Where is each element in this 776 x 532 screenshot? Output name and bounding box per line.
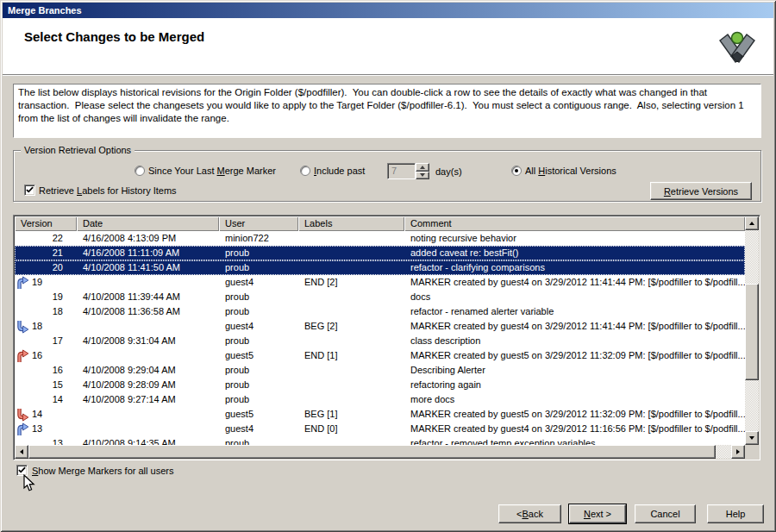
cell-version: 18 bbox=[15, 304, 77, 319]
cell-date bbox=[77, 275, 219, 290]
scroll-left-button[interactable] bbox=[15, 445, 28, 459]
radio-include-past[interactable]: Include past bbox=[300, 166, 365, 176]
table-row[interactable]: 154/10/2008 9:28:09 AMproubrefactoring a… bbox=[15, 378, 745, 392]
cell-version: 16 bbox=[15, 363, 77, 378]
cell-comment: MARKER created by guest4 on 3/29/2012 11… bbox=[404, 422, 745, 436]
radio-icon bbox=[135, 166, 145, 176]
show-merge-markers-checkbox[interactable]: Show Merge Markers for all users bbox=[16, 465, 173, 476]
vault-logo-icon bbox=[715, 30, 760, 66]
table-row[interactable]: 19guest4END [2]MARKER created by guest4 … bbox=[15, 275, 745, 290]
cell-version: 20 bbox=[15, 260, 77, 275]
radio-since-last-merge-marker[interactable]: Since Your Last Merge Marker bbox=[135, 166, 276, 176]
cell-labels bbox=[298, 436, 404, 445]
table-row[interactable]: 174/10/2008 9:31:04 AMproubclass descrip… bbox=[15, 334, 745, 348]
cell-user: proub bbox=[219, 290, 298, 304]
table-row[interactable]: 164/10/2008 9:29:04 AMproubDescribing Al… bbox=[15, 363, 745, 378]
cell-user: proub bbox=[219, 246, 298, 260]
up-arrow-icon bbox=[420, 166, 425, 169]
column-header-version[interactable]: Version bbox=[15, 216, 77, 231]
horizontal-scroll-track[interactable] bbox=[28, 445, 731, 459]
left-arrow-icon bbox=[20, 449, 23, 454]
days-spinner: 7 bbox=[387, 163, 429, 179]
radio-all-historical-versions[interactable]: All Historical Versions bbox=[511, 166, 616, 176]
cell-user: proub bbox=[219, 304, 298, 319]
next-button[interactable]: Next > bbox=[569, 504, 626, 523]
history-table: Version Date User Labels Comment 224/16/… bbox=[13, 215, 760, 460]
cell-version: 22 bbox=[15, 231, 77, 246]
cell-comment: MARKER created by guest4 on 3/29/2012 11… bbox=[404, 319, 745, 334]
cell-version: 21 bbox=[15, 246, 77, 260]
description-text: The list below displays historical revis… bbox=[13, 84, 761, 138]
retrieve-versions-button[interactable]: Retrieve Versions bbox=[650, 182, 752, 200]
cell-date: 4/10/2008 9:31:04 AM bbox=[77, 334, 219, 348]
table-row[interactable]: 14guest5BEG [1]MARKER created by guest5 … bbox=[15, 407, 745, 422]
cell-date: 4/10/2008 11:39:44 AM bbox=[77, 290, 219, 304]
column-header-date[interactable]: Date bbox=[77, 216, 219, 231]
cell-user: proub bbox=[219, 378, 298, 392]
table-row[interactable]: 224/16/2008 4:13:09 PMminion722noting re… bbox=[15, 231, 745, 246]
checkbox-checked-icon bbox=[24, 185, 35, 196]
scrollbar-corner bbox=[745, 445, 759, 459]
window-title: Merge Branches bbox=[8, 5, 82, 16]
table-row[interactable]: 144/10/2008 9:27:14 AMproubmore docs bbox=[15, 392, 745, 407]
radio-icon bbox=[300, 166, 310, 176]
vertical-scroll-track[interactable] bbox=[745, 230, 759, 431]
table-row[interactable]: 16guest5END [1]MARKER created by guest5 … bbox=[15, 348, 745, 363]
cell-labels bbox=[298, 304, 404, 319]
cell-date: 4/10/2008 11:41:50 AM bbox=[77, 260, 219, 275]
titlebar[interactable]: Merge Branches bbox=[3, 3, 773, 18]
days-input[interactable]: 7 bbox=[387, 163, 416, 179]
help-button[interactable]: Help bbox=[707, 504, 764, 523]
vertical-scroll-thumb[interactable] bbox=[745, 284, 759, 380]
checkbox-checked-icon bbox=[16, 465, 28, 476]
cell-date: 4/16/2008 11:11:09 AM bbox=[77, 246, 219, 260]
scroll-right-button[interactable] bbox=[731, 445, 745, 459]
cell-user: proub bbox=[219, 436, 298, 445]
horizontal-scroll-thumb[interactable] bbox=[28, 445, 716, 459]
cell-version: 14 bbox=[15, 407, 77, 422]
scroll-up-button[interactable] bbox=[745, 216, 759, 230]
cell-comment: class description bbox=[404, 334, 745, 348]
column-header-labels[interactable]: Labels bbox=[298, 216, 404, 231]
cell-version: 16 bbox=[15, 348, 77, 363]
cell-version: 15 bbox=[15, 378, 77, 392]
column-header-comment[interactable]: Comment bbox=[404, 216, 745, 231]
cell-labels: BEG [1] bbox=[298, 407, 404, 422]
column-header-user[interactable]: User bbox=[219, 216, 298, 231]
cell-user: proub bbox=[219, 260, 298, 275]
cell-labels bbox=[298, 334, 404, 348]
horizontal-scrollbar[interactable] bbox=[15, 445, 745, 459]
back-button[interactable]: < Back bbox=[498, 504, 561, 523]
table-row[interactable]: 13guest4END [0]MARKER created by guest4 … bbox=[15, 422, 745, 436]
table-row[interactable]: 214/16/2008 11:11:09 AMproubadded caveat… bbox=[15, 246, 745, 260]
radio-label: Include past bbox=[314, 166, 365, 176]
days-suffix-label: day(s) bbox=[435, 166, 462, 177]
cell-comment: noting recursive behavior bbox=[404, 231, 745, 246]
cancel-button[interactable]: Cancel bbox=[635, 504, 696, 523]
checkbox-label: Retrieve Labels for History Items bbox=[39, 185, 177, 196]
cell-version: 14 bbox=[15, 392, 77, 407]
cell-comment: docs bbox=[404, 290, 745, 304]
table-row[interactable]: 194/10/2008 11:39:44 AMproubdocs bbox=[15, 290, 745, 304]
cell-comment: refactor - removed temp exception variab… bbox=[404, 436, 745, 445]
retrieve-labels-checkbox[interactable]: Retrieve Labels for History Items bbox=[24, 185, 177, 196]
table-row[interactable]: 204/10/2008 11:41:50 AMproubrefactor - c… bbox=[15, 260, 745, 275]
cell-user: guest5 bbox=[219, 407, 298, 422]
cell-date bbox=[77, 348, 219, 363]
spin-down-button[interactable] bbox=[416, 172, 429, 180]
cell-date: 4/16/2008 4:13:09 PM bbox=[77, 231, 219, 246]
cell-labels: END [2] bbox=[298, 275, 404, 290]
table-row[interactable]: 18guest4BEG [2]MARKER created by guest4 … bbox=[15, 319, 745, 334]
cell-labels bbox=[298, 246, 404, 260]
cell-comment: added caveat re: bestFit() bbox=[404, 246, 745, 260]
version-retrieval-options-group: Version Retrieval Options Since Your Las… bbox=[13, 150, 761, 202]
vertical-scrollbar[interactable] bbox=[745, 216, 759, 445]
table-row[interactable]: 184/10/2008 11:36:58 AMproubrefactor - r… bbox=[15, 304, 745, 319]
header-divider bbox=[3, 74, 773, 76]
spin-up-button[interactable] bbox=[416, 163, 429, 172]
scroll-down-button[interactable] bbox=[745, 431, 759, 445]
cell-date: 4/10/2008 9:28:09 AM bbox=[77, 378, 219, 392]
blue-up-merge-marker-icon bbox=[16, 276, 29, 290]
group-label: Version Retrieval Options bbox=[21, 145, 135, 155]
table-row[interactable]: 134/10/2008 9:14:35 AMproubrefactor - re… bbox=[15, 436, 745, 445]
